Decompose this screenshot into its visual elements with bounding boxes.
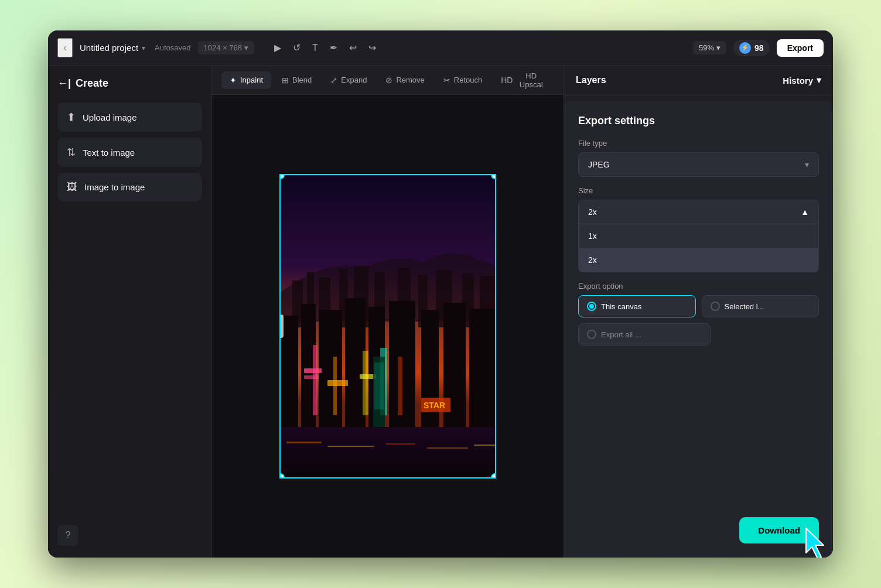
header-right: 59% ▾ ⚡ 98 Export bbox=[693, 39, 824, 57]
upload-image-button[interactable]: ⬆ Upload image bbox=[57, 102, 202, 132]
download-section: Download bbox=[578, 517, 819, 543]
svg-rect-31 bbox=[374, 363, 384, 409]
title-text: Untitled project bbox=[80, 43, 138, 53]
tool-group: ▶ ↺ T ✒ ↩ ↪ bbox=[271, 39, 380, 57]
tab-upscal[interactable]: HD HD Upscal bbox=[493, 67, 554, 93]
file-type-label: File type bbox=[578, 139, 819, 148]
size-option-1x[interactable]: 1x bbox=[579, 224, 818, 248]
canvas-image: STAR bbox=[279, 174, 496, 478]
size-field: Size 2x ▲ 1x 2x bbox=[578, 186, 819, 272]
back-button[interactable]: ‹ bbox=[57, 38, 73, 57]
tab-blend[interactable]: ⊞ Blend bbox=[274, 71, 320, 89]
text-to-image-button[interactable]: ⇅ Text to image bbox=[57, 138, 202, 167]
canvas-area[interactable]: STAR bbox=[212, 95, 564, 558]
create-label: Create bbox=[76, 77, 108, 90]
text-tool[interactable]: T bbox=[309, 39, 322, 57]
export-button[interactable]: Export bbox=[777, 39, 824, 57]
rotate-tool[interactable]: ↺ bbox=[289, 39, 304, 57]
history-chevron-icon: ▾ bbox=[817, 75, 821, 86]
tab-remove[interactable]: ⊘ Remove bbox=[377, 71, 432, 89]
zoom-control[interactable]: 59% ▾ bbox=[693, 41, 726, 54]
sidebar: ←| Create ⬆ Upload image ⇅ Text to image… bbox=[48, 66, 212, 558]
credits-icon: ⚡ bbox=[739, 42, 751, 54]
svg-rect-26 bbox=[304, 368, 322, 373]
export-all-button[interactable]: Export all ... bbox=[578, 323, 711, 346]
expand-label: Expand bbox=[341, 76, 367, 84]
upscal-label: HD Upscal bbox=[516, 71, 546, 89]
main-content: ✦ Inpaint ⊞ Blend ⤢ Expand ⊘ Remove ✂ bbox=[212, 66, 564, 558]
text-to-image-icon: ⇅ bbox=[67, 146, 76, 159]
select-tool[interactable]: ▶ bbox=[271, 39, 285, 57]
upscal-icon: HD bbox=[501, 76, 513, 85]
file-type-chevron-icon: ▾ bbox=[805, 160, 809, 169]
svg-rect-27 bbox=[304, 375, 319, 379]
credits-badge: ⚡ 98 bbox=[733, 40, 770, 56]
svg-rect-32 bbox=[281, 427, 496, 478]
history-label: History bbox=[783, 76, 813, 86]
svg-rect-23 bbox=[363, 351, 368, 415]
edit-toolbar: ✦ Inpaint ⊞ Blend ⤢ Expand ⊘ Remove ✂ bbox=[212, 66, 564, 95]
layers-title: Layers bbox=[576, 75, 606, 86]
canvas-size[interactable]: 1024 × 768 ▾ bbox=[198, 41, 254, 54]
export-options-group: This canvas Selected l... bbox=[578, 295, 819, 317]
selected-radio bbox=[711, 302, 720, 311]
autosaved-status: Autosaved bbox=[155, 43, 190, 52]
svg-rect-36 bbox=[427, 447, 468, 449]
city-svg: STAR bbox=[281, 175, 496, 478]
pen-tool[interactable]: ✒ bbox=[326, 39, 341, 57]
svg-rect-35 bbox=[386, 443, 415, 445]
right-panel: Layers History ▾ Export settings File ty… bbox=[564, 66, 833, 558]
svg-rect-21 bbox=[313, 345, 317, 415]
help-icon: ? bbox=[66, 530, 71, 541]
this-canvas-radio bbox=[587, 302, 596, 311]
size-label: Size bbox=[578, 186, 819, 195]
export-all-label: Export all ... bbox=[601, 330, 641, 339]
svg-rect-34 bbox=[327, 446, 374, 447]
selected-button[interactable]: Selected l... bbox=[702, 295, 819, 317]
blend-icon: ⊞ bbox=[282, 76, 289, 85]
size-option-2x[interactable]: 2x bbox=[579, 248, 818, 272]
svg-rect-28 bbox=[327, 380, 348, 386]
image-to-image-button[interactable]: 🖼 Image to image bbox=[57, 173, 202, 201]
svg-rect-25 bbox=[398, 357, 402, 415]
tab-inpaint[interactable]: ✦ Inpaint bbox=[221, 71, 271, 89]
size-1x-label: 1x bbox=[588, 231, 597, 241]
size-2x-label: 2x bbox=[588, 255, 597, 265]
sidebar-title: ←| Create bbox=[57, 77, 202, 90]
cursor-arrow-icon bbox=[801, 526, 831, 558]
undo-button[interactable]: ↩ bbox=[346, 39, 360, 57]
text-to-image-label: Text to image bbox=[83, 148, 135, 158]
help-button[interactable]: ? bbox=[57, 525, 78, 546]
app-window: ‹ Untitled project ▾ Autosaved 1024 × 76… bbox=[48, 30, 833, 558]
blend-label: Blend bbox=[292, 76, 312, 84]
size-select-header[interactable]: 2x ▲ bbox=[579, 200, 818, 224]
upload-image-label: Upload image bbox=[83, 112, 137, 122]
file-type-select[interactable]: JPEG ▾ bbox=[578, 152, 819, 177]
handle-bottom-right[interactable] bbox=[491, 473, 496, 478]
upload-icon: ⬆ bbox=[67, 111, 76, 124]
tab-expand[interactable]: ⤢ Expand bbox=[322, 71, 375, 89]
dimensions-text: 1024 × 768 bbox=[204, 43, 242, 52]
expand-icon: ⤢ bbox=[330, 76, 337, 85]
export-option-label: Export option bbox=[578, 282, 819, 290]
handle-side[interactable] bbox=[279, 314, 284, 338]
redo-button[interactable]: ↪ bbox=[365, 39, 380, 57]
dimensions-chevron-icon: ▾ bbox=[244, 43, 248, 52]
tab-retouch[interactable]: ✂ Retouch bbox=[435, 71, 490, 89]
inpaint-icon: ✦ bbox=[230, 76, 237, 85]
back-create-icon: ←| bbox=[57, 77, 71, 90]
size-selected-value: 2x bbox=[588, 207, 597, 217]
project-title[interactable]: Untitled project ▾ bbox=[80, 43, 145, 53]
size-dropdown: 2x ▲ 1x 2x bbox=[578, 200, 819, 272]
remove-icon: ⊘ bbox=[385, 76, 392, 85]
file-type-field: File type JPEG ▾ bbox=[578, 139, 819, 177]
credits-count: 98 bbox=[754, 43, 764, 53]
export-all-radio bbox=[587, 330, 596, 339]
file-type-value: JPEG bbox=[588, 160, 610, 169]
svg-text:STAR: STAR bbox=[424, 401, 445, 410]
history-button[interactable]: History ▾ bbox=[783, 75, 821, 86]
export-option-field: Export option This canvas Selected l... bbox=[578, 282, 819, 346]
inpaint-label: Inpaint bbox=[240, 76, 263, 84]
this-canvas-button[interactable]: This canvas bbox=[578, 295, 696, 317]
this-canvas-label: This canvas bbox=[601, 302, 641, 311]
